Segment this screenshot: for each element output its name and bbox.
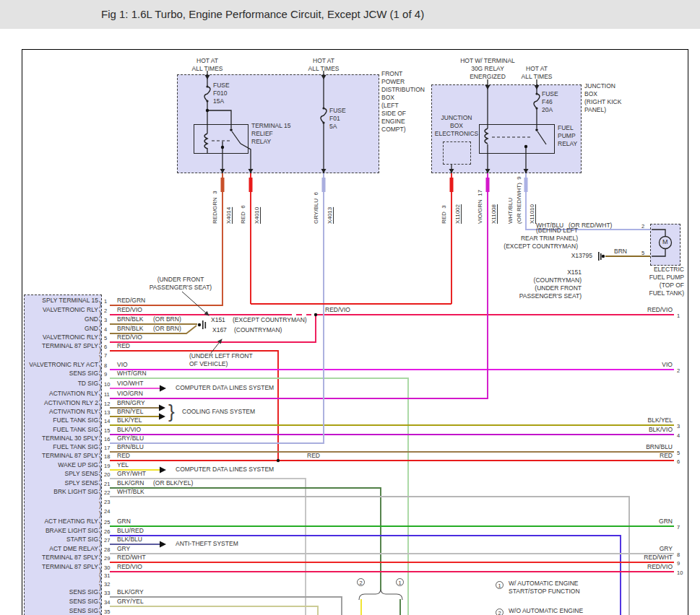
dme-pin-number: 3 bbox=[104, 316, 107, 324]
connector-name-label: X11010 bbox=[529, 178, 536, 224]
feed-hot-at-all-times-1: HOT ATALL TIMES bbox=[182, 57, 233, 73]
dme-pin-label: TERMINAL 87 SPLY bbox=[26, 452, 98, 460]
pump-pin5: 5 bbox=[641, 249, 644, 257]
dme-wire-color-label: BRN/YEL bbox=[117, 408, 143, 416]
junction-dot bbox=[602, 255, 605, 258]
relay-coil-icon bbox=[204, 134, 207, 149]
text-line: FUEL TANK) bbox=[612, 289, 684, 297]
dme-pin-label: ACTIVATION RLY bbox=[26, 390, 98, 398]
right-pin-number: 10 bbox=[677, 569, 683, 577]
dme-pin-bracket: ) bbox=[99, 521, 101, 529]
inline-connector-bar bbox=[205, 322, 207, 328]
text-line: PASSENGER'S SEAT) bbox=[148, 284, 213, 292]
dme-pin-label: SENS SIG bbox=[26, 598, 98, 606]
down-arrow-icon bbox=[249, 169, 254, 173]
inline-connector-bar bbox=[600, 253, 602, 260]
right-pin-number: 4 bbox=[677, 432, 680, 440]
feed-hot-at-all-times-3: HOT ATALL TIMES bbox=[511, 65, 562, 81]
dme-pin-label: VALVETRONIC RLY bbox=[26, 306, 98, 314]
dme-pin-number: 9 bbox=[104, 370, 107, 378]
text-line: FUEL bbox=[558, 124, 577, 132]
text-line: W/O AUTOMATIC ENGINE bbox=[509, 607, 583, 615]
fuse-dot bbox=[206, 85, 208, 87]
connector-name-label: X4014 bbox=[225, 178, 233, 224]
dme-pin-label: START SIG bbox=[26, 536, 98, 544]
dme-wire-color-label: BRN/BLU bbox=[117, 443, 144, 451]
dme-pin-bracket: ) bbox=[99, 567, 101, 575]
contact-dot bbox=[535, 128, 538, 131]
dme-pin-bracket: ) bbox=[99, 300, 101, 308]
dme-wire-color-label: WHT/BLK bbox=[117, 488, 144, 496]
dme-pin-number: 10 bbox=[104, 380, 110, 388]
dme-pin-bracket: ) bbox=[99, 539, 101, 547]
dme-pin-label: TERMINAL 87 SPLY bbox=[26, 554, 98, 562]
right-pin-wire-label: GRY bbox=[600, 545, 673, 553]
dme-wire-color-label: BRN/BLK bbox=[117, 315, 143, 323]
dme-wire-color-label: RED/VIO bbox=[117, 306, 142, 314]
option-brace bbox=[359, 590, 402, 600]
dme-pin-bracket: ) bbox=[99, 373, 101, 381]
right-pin-wire-label: RED bbox=[600, 452, 673, 460]
dme-pin-label: BRK LIGHT SIG bbox=[26, 488, 98, 496]
circuit-line bbox=[241, 144, 251, 173]
text-line: X151 bbox=[466, 269, 582, 276]
dme-wire-color-label: BRN/BLK bbox=[117, 325, 143, 333]
dme-pin-label: SPLY TERMINAL 15 bbox=[26, 297, 98, 305]
text-line: ALL TIMES bbox=[511, 73, 562, 81]
dme-wire-color-label: RED/VIO bbox=[117, 563, 142, 571]
dme-pin-bracket: ) bbox=[99, 337, 101, 345]
dme-pin-bracket: ) bbox=[99, 557, 101, 565]
dme-pin-bracket: ) bbox=[99, 474, 101, 481]
dme-pin-label: FUEL TANK SIG bbox=[26, 426, 98, 434]
dme-pin-number: 29 bbox=[104, 554, 110, 562]
connector-alt-pin-label: (OR RED/WHT) 9 bbox=[516, 178, 523, 224]
brn-label: BRN bbox=[614, 248, 627, 256]
dme-pin-number: 22 bbox=[104, 489, 110, 497]
connector-bar bbox=[221, 178, 225, 192]
x151-countryman-note: X151(COUNTRYMAN)(UNDER FRONTPASSENGER'S … bbox=[466, 269, 582, 300]
junction-box-name: JUNCTIONBOX(RIGHT KICKPANEL) bbox=[584, 82, 621, 114]
fuse-f010-label: FUSEF01015A bbox=[213, 82, 230, 105]
right-pin-wire-label: BRN/BLU bbox=[600, 443, 673, 451]
circuit-line bbox=[652, 230, 665, 237]
dme-pin-label: BRAKE LIGHT SIG bbox=[26, 527, 98, 535]
dme-pin-label: ACT DME RELAY bbox=[26, 545, 98, 553]
dme-pin-label: WAKE UP SIG bbox=[26, 461, 98, 469]
inline-connector-bar bbox=[202, 320, 204, 329]
dme-pin-number: 20 bbox=[104, 471, 110, 479]
contact-dot bbox=[230, 128, 233, 131]
relay-coil-icon bbox=[485, 128, 488, 144]
system-ref-arrow-icon bbox=[160, 385, 166, 392]
dme-pin-number: 14 bbox=[104, 417, 110, 425]
text-line: DISTRIBUTION bbox=[381, 86, 425, 94]
junction-dot bbox=[198, 323, 201, 326]
fuse-f46-label: FUSEF4620A bbox=[542, 90, 558, 114]
text-line: 15A bbox=[213, 97, 230, 105]
dme-pin-number: 11 bbox=[104, 391, 110, 398]
text-line: (COUNTRYMAN) bbox=[466, 276, 582, 284]
dme-pin-bracket: ) bbox=[99, 346, 101, 354]
inline-connector-bar bbox=[598, 252, 600, 261]
text-line: ENGINE bbox=[381, 118, 425, 126]
right-pin-number: 5 bbox=[677, 449, 680, 457]
under-front-seat-note: (UNDER FRONTPASSENGER'S SEAT) bbox=[148, 276, 213, 292]
dme-pin-number: 24 bbox=[104, 507, 110, 515]
dme-wire-color-label: BLK/BLU bbox=[117, 536, 142, 544]
x167-label: X167 bbox=[212, 326, 227, 334]
junction-dot bbox=[206, 109, 209, 112]
dme-pin-bracket: ) bbox=[99, 592, 101, 600]
dme-wire-color-label: VIO/WHT bbox=[117, 380, 143, 388]
connector-wire-pin-label: RED/GRN 3 bbox=[212, 178, 219, 224]
dme-wire-color-label: GRN bbox=[117, 518, 131, 525]
note2-num: 2 bbox=[496, 609, 504, 615]
dme-pin-number: 33 bbox=[104, 589, 110, 597]
right-pin-wire-label: VIO bbox=[600, 361, 673, 369]
dme-pin-label: FUEL TANK SIG bbox=[26, 416, 98, 424]
junction-dot bbox=[524, 145, 527, 148]
dme-pin-number: 31 bbox=[104, 572, 110, 580]
text-line: W/ AUTOMATIC ENGINE bbox=[509, 580, 580, 588]
annotation-arrow bbox=[182, 292, 209, 315]
connector-bar bbox=[486, 178, 490, 192]
text-line: COMPT) bbox=[381, 126, 425, 134]
text-line: HOT AT bbox=[182, 57, 233, 65]
